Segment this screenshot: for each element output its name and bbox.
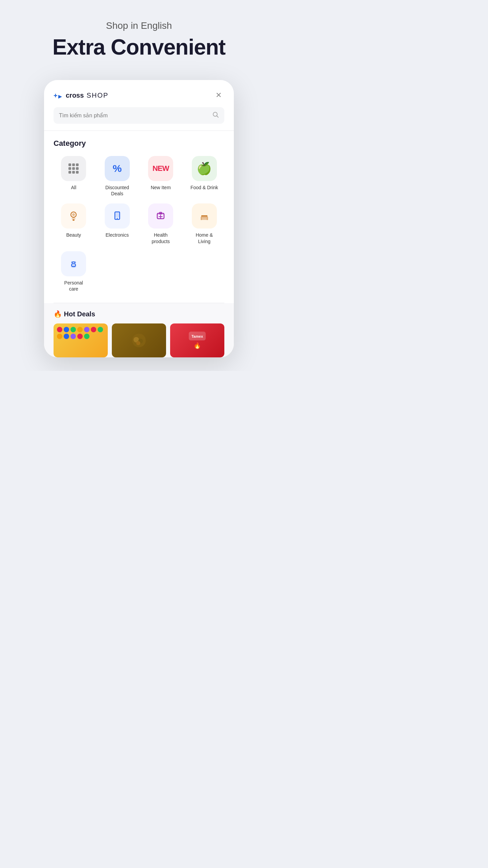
electronics-label: Electronics (106, 232, 129, 238)
deals-row: Tamex 🔥 (54, 323, 224, 357)
hot-deals-title: 🔥 Hot Deals (54, 310, 224, 318)
personal-label: Personalcare (64, 280, 83, 292)
logo-shop-text: SHOP (86, 92, 108, 99)
svg-point-29 (136, 341, 140, 345)
category-grid: All % DiscountedDeals NEW New Item 🍏 (54, 156, 224, 292)
svg-point-6 (72, 213, 75, 216)
category-item-food[interactable]: 🍏 Food & Drink (184, 156, 225, 197)
category-item-electronics[interactable]: Electronics (97, 203, 138, 244)
food-icon-wrap: 🍏 (192, 156, 217, 181)
search-icon (212, 111, 219, 120)
new-icon-wrap: NEW (148, 156, 173, 181)
deal-card-hotpack[interactable]: Tamex 🔥 (170, 323, 224, 357)
svg-rect-19 (202, 219, 207, 219)
app-header: + ▶ cross SHOP ✕ (44, 80, 234, 107)
deal-card-candy[interactable] (54, 323, 108, 357)
svg-text:+: + (54, 92, 58, 99)
grid-icon (68, 163, 79, 174)
search-input[interactable] (59, 113, 209, 119)
all-label: All (71, 184, 76, 191)
food-icon: 🍏 (197, 161, 212, 176)
category-item-home[interactable]: Home &Living (184, 203, 225, 244)
beauty-label: Beauty (66, 232, 81, 238)
category-item-new[interactable]: NEW New Item (141, 156, 181, 197)
new-icon: NEW (152, 164, 169, 173)
health-icon (155, 210, 167, 222)
deal-card-nuts[interactable] (112, 323, 166, 357)
svg-rect-18 (202, 217, 207, 218)
logo-icon: + ▶ (54, 91, 64, 99)
svg-rect-7 (73, 219, 75, 221)
hot-deals-section: 🔥 Hot Deals (44, 303, 234, 357)
category-item-health[interactable]: Healthproducts (141, 203, 181, 244)
phone-frame: + ▶ cross SHOP ✕ Category (44, 80, 234, 357)
svg-rect-21 (207, 217, 208, 220)
nuts-illustration (129, 330, 149, 351)
close-button[interactable]: ✕ (213, 90, 224, 101)
all-icon-wrap (61, 156, 86, 181)
electronics-icon (111, 210, 123, 222)
svg-rect-17 (201, 215, 207, 217)
food-label: Food & Drink (190, 184, 218, 191)
discounted-label: DiscountedDeals (105, 184, 129, 197)
health-icon-wrap (148, 203, 173, 229)
svg-text:▶: ▶ (58, 94, 62, 99)
search-bar[interactable] (54, 107, 224, 124)
category-item-personal[interactable]: Personalcare (54, 251, 94, 292)
category-item-beauty[interactable]: Beauty (54, 203, 94, 244)
discount-icon: % (113, 163, 122, 174)
home-label: Home &Living (196, 232, 213, 244)
svg-point-10 (117, 218, 118, 219)
hero-title: Extra Convenient (53, 35, 225, 60)
category-item-discounted[interactable]: % DiscountedDeals (97, 156, 138, 197)
category-item-all[interactable]: All (54, 156, 94, 197)
category-title: Category (54, 139, 224, 148)
app-logo: + ▶ cross SHOP (54, 91, 108, 99)
new-label: New Item (151, 184, 171, 191)
beauty-icon (67, 210, 80, 222)
svg-line-3 (217, 116, 219, 118)
home-icon (198, 210, 210, 222)
svg-rect-9 (116, 213, 119, 217)
logo-cross-text: cross (66, 92, 84, 99)
hotpack-brand: Tamex (191, 334, 203, 338)
discount-icon-wrap: % (105, 156, 130, 181)
electronics-icon-wrap (105, 203, 130, 229)
beauty-icon-wrap (61, 203, 86, 229)
health-label: Healthproducts (151, 232, 170, 244)
home-icon-wrap (192, 203, 217, 229)
hero-subtitle: Shop in English (106, 20, 172, 31)
personal-care-icon (67, 258, 80, 270)
svg-rect-20 (201, 217, 202, 220)
hotpack-icon: 🔥 (194, 342, 201, 349)
category-section: Category All % DiscountedDeals (44, 131, 234, 303)
personal-icon-wrap (61, 251, 86, 276)
